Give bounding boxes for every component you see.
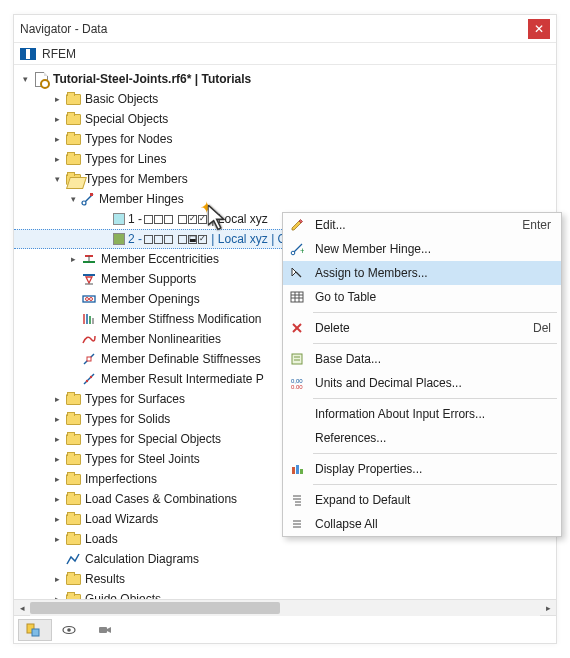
- tree-project-root[interactable]: ▾ Tutorial-Steel-Joints.rf6* | Tutorials: [14, 69, 556, 89]
- chevron-right-icon[interactable]: ▸: [50, 492, 64, 506]
- folder-icon: [65, 151, 81, 167]
- diagram-icon: [65, 551, 81, 567]
- tab-data[interactable]: [18, 619, 52, 641]
- menu-display-properties[interactable]: Display Properties...: [283, 457, 561, 481]
- menu-collapse-all[interactable]: Collapse All: [283, 512, 561, 536]
- svg-rect-22: [32, 629, 39, 636]
- tab-display[interactable]: [54, 619, 88, 641]
- svg-marker-7: [86, 277, 92, 283]
- menu-separator: [313, 453, 557, 454]
- color-swatch: [113, 233, 125, 245]
- folder-icon: [65, 391, 81, 407]
- folder-icon: [65, 591, 81, 599]
- svg-point-10: [86, 298, 89, 301]
- delete-icon: [287, 318, 307, 338]
- close-icon[interactable]: ✕: [528, 19, 550, 39]
- svg-rect-39: [292, 354, 302, 364]
- chevron-right-icon[interactable]: ▸: [50, 512, 64, 526]
- eccentricity-icon: [81, 251, 97, 267]
- chevron-down-icon[interactable]: ▾: [18, 72, 32, 86]
- app-header: RFEM: [14, 43, 556, 65]
- menu-new-member-hinge[interactable]: + New Member Hinge...: [283, 237, 561, 261]
- svg-marker-30: [292, 268, 296, 276]
- folder-icon: [65, 431, 81, 447]
- chevron-right-icon[interactable]: ▸: [50, 592, 64, 599]
- hinge-icon: [81, 192, 95, 206]
- svg-rect-46: [300, 469, 303, 474]
- tree-types-for-lines[interactable]: ▸ Types for Lines: [14, 149, 556, 169]
- svg-point-28: [291, 251, 295, 255]
- chevron-right-icon[interactable]: ▸: [50, 532, 64, 546]
- color-swatch: [113, 213, 125, 225]
- tree-types-for-nodes[interactable]: ▸ Types for Nodes: [14, 129, 556, 149]
- tree-types-for-members[interactable]: ▾ Types for Members: [14, 169, 556, 189]
- menu-units-decimal[interactable]: 0,000.00 Units and Decimal Places...: [283, 371, 561, 395]
- nonlinearity-icon: [81, 331, 97, 347]
- hinge2-flags: ⬓✓: [144, 232, 207, 246]
- window-title: Navigator - Data: [20, 22, 528, 36]
- tree-member-hinges[interactable]: ▾ Member Hinges: [14, 189, 556, 209]
- chevron-down-icon[interactable]: ▾: [66, 192, 80, 206]
- table-icon: [287, 287, 307, 307]
- camera-icon: [97, 622, 113, 638]
- menu-references[interactable]: References...: [283, 426, 561, 450]
- menu-separator: [313, 312, 557, 313]
- tab-views[interactable]: [90, 619, 124, 641]
- menu-expand-default[interactable]: Expand to Default: [283, 488, 561, 512]
- menu-assign-to-members[interactable]: Assign to Members...: [283, 261, 561, 285]
- chevron-right-icon[interactable]: ▸: [50, 152, 64, 166]
- chevron-right-icon[interactable]: ▸: [50, 392, 64, 406]
- bottom-tabs: [14, 615, 556, 643]
- scroll-right-icon[interactable]: ▸: [540, 600, 556, 616]
- support-icon: [81, 271, 97, 287]
- chevron-right-icon[interactable]: ▸: [50, 412, 64, 426]
- context-menu: Edit... Enter + New Member Hinge... Assi…: [282, 212, 562, 537]
- chevron-down-icon[interactable]: ▾: [50, 172, 64, 186]
- folder-icon: [65, 131, 81, 147]
- menu-go-to-table[interactable]: Go to Table: [283, 285, 561, 309]
- chevron-right-icon[interactable]: ▸: [66, 252, 80, 266]
- new-hinge-icon: +: [287, 239, 307, 259]
- folder-icon: [65, 111, 81, 127]
- scroll-track[interactable]: [30, 600, 540, 616]
- chevron-right-icon[interactable]: ▸: [50, 92, 64, 106]
- svg-rect-2: [90, 193, 93, 196]
- menu-delete[interactable]: Delete Del: [283, 316, 561, 340]
- menu-separator: [313, 484, 557, 485]
- menu-base-data[interactable]: Base Data...: [283, 347, 561, 371]
- svg-rect-25: [99, 627, 107, 633]
- result-points-icon: [81, 371, 97, 387]
- menu-separator: [313, 398, 557, 399]
- menu-info-errors[interactable]: Information About Input Errors...: [283, 402, 561, 426]
- tree-results[interactable]: ▸ Results: [14, 569, 556, 589]
- tree-guide-objects[interactable]: ▸ Guide Objects: [14, 589, 556, 599]
- project-label: Tutorial-Steel-Joints.rf6* | Tutorials: [53, 72, 251, 86]
- scroll-left-icon[interactable]: ◂: [14, 600, 30, 616]
- svg-marker-26: [107, 627, 111, 633]
- base-data-icon: [287, 349, 307, 369]
- chevron-right-icon[interactable]: ▸: [50, 432, 64, 446]
- def-stiff-icon: [81, 351, 97, 367]
- horizontal-scrollbar[interactable]: ◂ ▸: [14, 599, 556, 615]
- svg-point-1: [82, 201, 86, 205]
- folder-icon: [65, 571, 81, 587]
- chevron-right-icon[interactable]: ▸: [50, 452, 64, 466]
- tree-special-objects[interactable]: ▸ Special Objects: [14, 109, 556, 129]
- svg-point-24: [67, 628, 71, 632]
- chevron-right-icon[interactable]: ▸: [50, 112, 64, 126]
- svg-rect-45: [296, 465, 299, 474]
- scroll-thumb[interactable]: [30, 602, 280, 614]
- chevron-right-icon[interactable]: ▸: [50, 572, 64, 586]
- menu-edit[interactable]: Edit... Enter: [283, 213, 561, 237]
- svg-point-11: [90, 298, 93, 301]
- tree-basic-objects[interactable]: ▸ Basic Objects: [14, 89, 556, 109]
- tree-calculation-diagrams[interactable]: Calculation Diagrams: [14, 549, 556, 569]
- folder-icon: [65, 491, 81, 507]
- display-props-icon: [287, 459, 307, 479]
- hinge1-flags: ✓✓: [144, 212, 207, 226]
- chevron-right-icon[interactable]: ▸: [50, 472, 64, 486]
- folder-open-icon: [65, 171, 81, 187]
- folder-icon: [65, 511, 81, 527]
- folder-icon: [65, 91, 81, 107]
- chevron-right-icon[interactable]: ▸: [50, 132, 64, 146]
